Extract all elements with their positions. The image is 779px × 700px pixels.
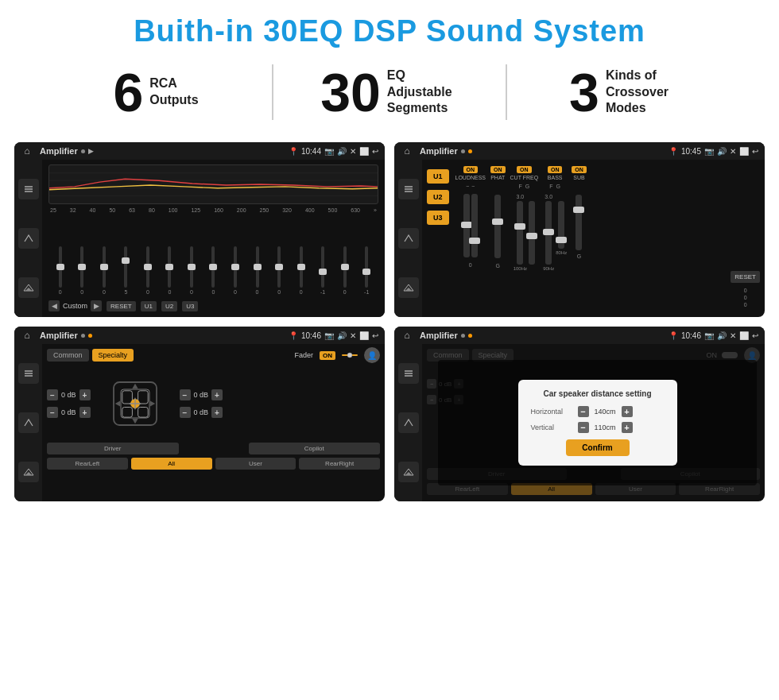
- amp2-sb-1[interactable]: [398, 179, 419, 199]
- rearright-btn[interactable]: RearRight: [299, 458, 380, 470]
- eq-slider-9[interactable]: 0: [247, 246, 268, 295]
- fader-label: Fader: [294, 351, 313, 359]
- amp2-sb-3[interactable]: [398, 277, 419, 298]
- spk-plus-bl[interactable]: +: [79, 407, 91, 418]
- status-dot-3b: [88, 334, 92, 338]
- freq-320: 320: [282, 207, 292, 213]
- car-diagram: [95, 368, 175, 439]
- u3-button[interactable]: U3: [182, 301, 198, 311]
- channel-bass: ON BASS FG 3.0: [543, 166, 567, 271]
- loudness-on[interactable]: ON: [463, 166, 479, 173]
- loudness-slider-r[interactable]: [471, 194, 478, 257]
- spk-sb-1[interactable]: [18, 363, 39, 384]
- vertical-plus[interactable]: +: [622, 422, 633, 433]
- u1-btn[interactable]: U1: [427, 169, 449, 184]
- eq-sidebar-btn-2[interactable]: [18, 228, 39, 249]
- spk-bottom-row-2: RearLeft All User RearRight: [47, 458, 380, 470]
- eq-slider-6[interactable]: 0: [181, 246, 202, 295]
- driver-btn[interactable]: Driver: [47, 443, 179, 454]
- dlg-sb-3[interactable]: [398, 462, 419, 482]
- eq-sidebar-btn-1[interactable]: [18, 179, 39, 199]
- horizontal-minus[interactable]: −: [578, 406, 589, 417]
- u2-btn[interactable]: U2: [427, 190, 449, 204]
- eq-slider-0[interactable]: 0: [50, 246, 71, 295]
- vertical-stepper: − 110cm +: [578, 422, 633, 433]
- spk-minus-bl[interactable]: −: [47, 407, 58, 418]
- prev-button[interactable]: ◀: [48, 300, 60, 311]
- amp2-sb-2[interactable]: [398, 228, 419, 249]
- spk-sb-2[interactable]: [18, 412, 39, 433]
- close-icon-4: ✕: [730, 331, 736, 340]
- home-icon[interactable]: ⌂: [21, 145, 33, 157]
- loudness-slider-l[interactable]: [463, 194, 470, 257]
- status-dot-2a: [461, 149, 465, 153]
- avatar-icon[interactable]: 👤: [364, 347, 380, 363]
- eq-slider-10[interactable]: 0: [269, 246, 289, 295]
- freq-250: 250: [260, 207, 269, 213]
- cutfreq-slider-f[interactable]: [517, 201, 523, 265]
- eq-slider-12[interactable]: -1: [312, 246, 333, 295]
- window-icon-3: ⬜: [359, 331, 369, 340]
- all-btn[interactable]: All: [131, 458, 212, 470]
- u1-button[interactable]: U1: [141, 301, 157, 311]
- tab-common[interactable]: Common: [47, 349, 89, 362]
- eq-slider-4[interactable]: 0: [138, 246, 158, 295]
- channel-cutfreq: ON CUT FREQ FG 3.0: [510, 166, 539, 271]
- eq-slider-11[interactable]: 0: [291, 246, 312, 295]
- eq-slider-2[interactable]: 0: [94, 246, 114, 295]
- bass-on[interactable]: ON: [548, 166, 563, 173]
- u2-button[interactable]: U2: [161, 301, 177, 311]
- amp2-reset-btn[interactable]: RESET: [731, 271, 760, 283]
- eq-slider-14[interactable]: -1: [356, 246, 377, 295]
- volume-icon-3: 🔊: [337, 331, 347, 340]
- spk-sb-3[interactable]: [18, 462, 39, 482]
- spk-minus-br[interactable]: −: [180, 407, 191, 418]
- screen4-time: 10:46: [681, 331, 701, 340]
- bass-slider-g[interactable]: [558, 201, 564, 249]
- home-icon-3[interactable]: ⌂: [21, 329, 33, 342]
- reset-button[interactable]: RESET: [107, 301, 136, 311]
- location-icon-2: 📍: [669, 147, 678, 156]
- cutfreq-on[interactable]: ON: [517, 166, 532, 173]
- user-btn[interactable]: User: [215, 458, 296, 470]
- eq-main: 25 32 40 50 63 80 100 125 160 200 250 32…: [42, 160, 385, 317]
- bass-slider-f[interactable]: [545, 201, 552, 265]
- eq-slider-13[interactable]: 0: [335, 246, 355, 295]
- home-icon-4[interactable]: ⌂: [401, 329, 413, 342]
- eq-screen-content: 25 32 40 50 63 80 100 125 160 200 250 32…: [14, 160, 385, 317]
- horizontal-plus[interactable]: +: [622, 406, 633, 417]
- dlg-fader: ON: [707, 351, 718, 359]
- spk-plus-br[interactable]: +: [211, 407, 223, 418]
- freq-200: 200: [237, 207, 246, 213]
- copilot-btn[interactable]: Copilot: [249, 443, 381, 454]
- spk-plus-tl[interactable]: +: [79, 389, 91, 400]
- spk-val-tr: 0 dB: [194, 391, 209, 399]
- u3-btn[interactable]: U3: [427, 211, 449, 225]
- spk-plus-tr[interactable]: +: [211, 389, 223, 400]
- confirm-button[interactable]: Confirm: [566, 439, 630, 456]
- fader-on-badge[interactable]: ON: [320, 351, 335, 360]
- eq-slider-8[interactable]: 0: [225, 246, 246, 295]
- rearleft-btn[interactable]: RearLeft: [47, 458, 128, 470]
- phat-slider[interactable]: [494, 195, 501, 258]
- eq-sidebar-btn-3[interactable]: [18, 277, 39, 298]
- sub-on[interactable]: ON: [572, 166, 587, 173]
- tab-specialty[interactable]: Specialty: [92, 349, 134, 362]
- eq-slider-3[interactable]: 5: [116, 246, 137, 295]
- eq-slider-1[interactable]: 0: [72, 246, 93, 295]
- eq-slider-7[interactable]: 0: [203, 246, 224, 295]
- dlg-sb-2[interactable]: [398, 412, 419, 433]
- status-bar-3: ⌂ Amplifier 📍 10:46 📷 🔊 ✕ ⬜ ↩: [14, 327, 385, 344]
- expand-icon: »: [374, 207, 377, 213]
- next-button[interactable]: ▶: [91, 300, 102, 311]
- loudness-label: LOUDNESS: [455, 175, 486, 180]
- eq-slider-5[interactable]: 0: [160, 246, 180, 295]
- phat-on[interactable]: ON: [490, 166, 506, 173]
- home-icon-2[interactable]: ⌂: [401, 145, 413, 157]
- vertical-minus[interactable]: −: [578, 422, 589, 433]
- dlg-sb-1[interactable]: [398, 363, 419, 384]
- spk-minus-tr[interactable]: −: [180, 389, 191, 400]
- cutfreq-slider-g[interactable]: [529, 201, 535, 265]
- sub-slider[interactable]: [576, 195, 582, 250]
- spk-minus-tl[interactable]: −: [47, 389, 58, 400]
